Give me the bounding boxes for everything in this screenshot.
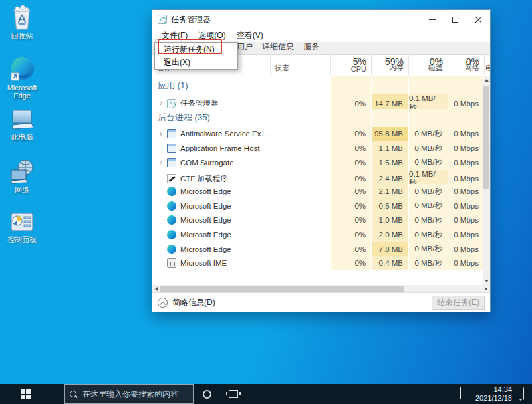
- process-row[interactable]: Microsoft Edge0%2.0 MB0 MB/秒0 Mbps: [152, 227, 483, 242]
- process-name-cell: 后台进程 (35): [152, 109, 270, 127]
- process-row[interactable]: Antimalware Service Executa...0%95.8 MB0…: [152, 127, 483, 142]
- process-name: Microsoft IME: [180, 259, 227, 267]
- end-task-button[interactable]: 结束任务(E): [432, 296, 485, 310]
- ctf-process-icon: [167, 174, 176, 183]
- footer-bar: 简略信息(D) 结束任务(E): [152, 292, 490, 312]
- memory-cell: 2.1 MB: [371, 184, 408, 199]
- task-view-button[interactable]: [220, 384, 247, 404]
- fewer-details-toggle[interactable]: 简略信息(D): [158, 297, 215, 308]
- scroll-down-icon: [485, 280, 489, 282]
- process-row[interactable]: Microsoft Edge0%7.8 MB0 MB/秒0 Mbps: [152, 242, 483, 256]
- notification-icon: [523, 387, 524, 400]
- scroll-left-button[interactable]: [152, 285, 160, 292]
- network-cell: [448, 76, 483, 94]
- cpu-cell: 0%: [330, 242, 371, 256]
- expand-chevron-icon[interactable]: [158, 132, 162, 136]
- cpu-cell: 0%: [330, 155, 371, 170]
- scroll-down-button[interactable]: [483, 277, 490, 285]
- process-group-row[interactable]: 应用 (1): [152, 76, 483, 94]
- desktop-icon-recycle-bin[interactable]: 回收站: [1, 5, 43, 40]
- column-header-cpu[interactable]: 5% CPU: [330, 55, 371, 76]
- edge-process-icon: [167, 230, 176, 239]
- cpu-cell: [330, 109, 371, 127]
- cpu-cell: 0%: [330, 184, 371, 199]
- process-row[interactable]: COM Surrogate0%1.5 MB0 MB/秒0 Mbps: [152, 155, 483, 170]
- search-input[interactable]: [82, 389, 188, 399]
- minimize-button[interactable]: [420, 10, 444, 29]
- maximize-button[interactable]: [444, 10, 467, 29]
- status-cell: [270, 227, 330, 242]
- column-header-disk[interactable]: 0% 磁盘: [408, 55, 448, 76]
- process-row[interactable]: Microsoft Edge0%1.0 MB0 MB/秒0 Mbps: [152, 213, 483, 228]
- action-center-button[interactable]: [523, 388, 532, 400]
- tab-6[interactable]: 服务: [299, 40, 324, 54]
- tray-expand-button[interactable]: [460, 388, 461, 400]
- close-button[interactable]: [467, 10, 490, 29]
- vertical-scroll-thumb[interactable]: [483, 86, 489, 189]
- cpu-cell: [330, 76, 371, 94]
- window-process-icon: [167, 144, 176, 153]
- memory-cell: 1.5 MB: [371, 155, 408, 170]
- expand-chevron-icon[interactable]: [158, 101, 162, 106]
- process-row[interactable]: Application Frame Host0%1.1 MB0 MB/秒0 Mb…: [152, 141, 483, 155]
- taskbar-clock[interactable]: 14:34 2021/12/18: [475, 385, 512, 403]
- process-name: Microsoft Edge: [180, 216, 231, 224]
- menu-item-exit[interactable]: 退出(X): [155, 56, 237, 69]
- desktop-icon-label: 控制面板: [1, 235, 43, 243]
- memory-cell: 7.8 MB: [371, 242, 408, 256]
- maximize-icon: [452, 17, 458, 23]
- process-name: 任务管理器: [180, 98, 219, 108]
- process-row[interactable]: Microsoft IME0%0.4 MB0 MB/秒0 Mbps: [152, 256, 483, 271]
- column-header-status[interactable]: 状态: [270, 55, 330, 76]
- scroll-right-button[interactable]: [482, 285, 490, 292]
- status-cell: [270, 242, 330, 256]
- column-header-memory[interactable]: 59% 内存: [371, 55, 408, 76]
- desktop-icon-edge[interactable]: Microsoft Edge: [1, 56, 43, 100]
- horizontal-scroll-thumb[interactable]: [160, 286, 404, 292]
- disk-cell: 0 MB/秒: [408, 213, 448, 228]
- desktop-icon-network[interactable]: 网络: [1, 158, 43, 194]
- vertical-scrollbar[interactable]: [483, 76, 490, 285]
- memory-cell: 1.1 MB: [371, 141, 408, 155]
- disk-cell: [408, 76, 448, 94]
- start-button[interactable]: [0, 384, 51, 404]
- desktop-icon-label: 回收站: [1, 32, 43, 40]
- cpu-cell: 0%: [330, 227, 371, 242]
- fewer-details-label: 简略信息(D): [172, 297, 215, 308]
- taskbar-search-box[interactable]: [64, 384, 194, 404]
- window-process-icon: [167, 158, 176, 167]
- disk-cell: 0 MB/秒: [408, 256, 448, 271]
- cortana-icon: [203, 390, 211, 399]
- screen: { "colors": { "desktop": "#0da4e6", "des…: [0, 0, 532, 404]
- window-process-icon: [167, 129, 176, 138]
- horizontal-scrollbar[interactable]: [152, 285, 490, 292]
- column-header-network[interactable]: 0% 网络: [448, 55, 484, 76]
- title-bar[interactable]: 任务管理器: [152, 10, 490, 29]
- process-name: Antimalware Service Executa...: [180, 130, 270, 138]
- memory-cell: 95.8 MB: [371, 127, 408, 142]
- this-pc-icon: [1, 108, 43, 132]
- process-row[interactable]: Microsoft Edge0%2.1 MB0 MB/秒0 Mbps: [152, 184, 483, 199]
- process-row[interactable]: Microsoft Edge0%0.5 MB0 MB/秒0 Mbps: [152, 199, 483, 213]
- disk-cell: 0 MB/秒: [408, 199, 448, 213]
- network-cell: [448, 109, 483, 127]
- disk-cell: 0 MB/秒: [408, 127, 448, 142]
- menu-item-run-new-task[interactable]: 运行新任务(N): [155, 43, 237, 56]
- process-name: Microsoft Edge: [180, 202, 231, 210]
- desktop-icon-this-pc[interactable]: 此电脑: [1, 108, 43, 141]
- scroll-up-button[interactable]: [483, 76, 490, 84]
- process-name: Microsoft Edge: [180, 245, 231, 253]
- process-row[interactable]: CTF 加载程序0%2.4 MB0.1 MB/秒0 Mbps: [152, 170, 483, 185]
- column-header-partial: 电: [484, 55, 490, 76]
- network-cell: 0 Mbps: [448, 227, 483, 242]
- process-row[interactable]: 任务管理器0%14.7 MB0.1 MB/秒0 Mbps: [152, 94, 483, 109]
- cortana-button[interactable]: [194, 384, 220, 404]
- expand-chevron-icon[interactable]: [158, 160, 162, 165]
- process-name-cell: Microsoft IME: [152, 256, 270, 271]
- desktop-icon-label: 此电脑: [1, 133, 43, 141]
- status-cell: [270, 109, 330, 127]
- process-group-row[interactable]: 后台进程 (35): [152, 109, 483, 127]
- tab-5[interactable]: 详细信息: [257, 40, 299, 54]
- disk-cell: 0 MB/秒: [408, 227, 448, 242]
- desktop-icon-control-panel[interactable]: 控制面板: [1, 211, 43, 243]
